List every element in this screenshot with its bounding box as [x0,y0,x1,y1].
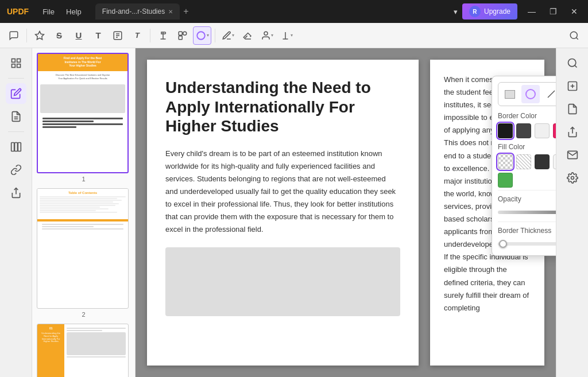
active-tab[interactable]: Find-and-...r-Studies ✕ [95,3,180,20]
menu-file[interactable]: File [38,5,59,18]
thumb-line [42,118,123,119]
upgrade-button[interactable]: R Upgrade [462,3,517,20]
pdf-content-area: Understanding the Need to Apply Internat… [136,48,556,377]
svg-rect-19 [11,143,14,151]
pdf-embedded-image [165,247,400,316]
stamp-tool-button[interactable] [30,26,49,45]
sidebar-annotation-button[interactable] [6,106,26,127]
text3-tool-button[interactable]: T [128,26,146,45]
page-thumb-1[interactable]: Find and Apply For the BestInstitutes in… [37,53,130,182]
menu-help[interactable]: Help [61,5,86,18]
svg-point-10 [264,32,268,35]
sidebar-separator-1 [8,78,24,79]
toc-title: Table of Contents [40,191,126,195]
shape-properties-panel: Border Color Fill Color [492,76,556,256]
comment-tool-button[interactable] [5,26,23,45]
page-number-2: 2 [37,311,130,318]
pen-tool-button[interactable]: ▾ [219,26,237,45]
underline-tool-button[interactable]: U [69,26,88,45]
fill-color-transparent2[interactable] [516,154,531,169]
svg-point-27 [568,59,575,67]
thumb-line [67,330,102,331]
highlight-tool-button[interactable] [154,26,172,45]
opacity-slider[interactable] [498,211,556,214]
marker-dropdown-arrow[interactable]: ▾ [291,33,293,38]
right-sidebar-convert-button[interactable] [562,99,583,119]
svg-line-28 [574,65,577,68]
svg-rect-15 [11,64,15,68]
thickness-slider[interactable] [498,242,556,246]
shapes-tool-button[interactable] [173,26,192,45]
popup-divider-2 [498,221,556,222]
right-sidebar-settings-button[interactable] [562,168,583,188]
maximize-button[interactable]: ❐ [546,6,560,17]
sidebar-share-button[interactable] [6,182,26,203]
toc-line [40,200,122,201]
border-color-darkgray[interactable] [516,123,531,138]
thumb-body-lines [38,115,127,130]
line-shape-button[interactable] [542,85,556,103]
sidebar-organize-button[interactable] [6,137,26,157]
new-tab-button[interactable]: + [183,6,188,17]
toc-line [40,212,117,213]
svg-rect-16 [17,64,20,68]
border-thickness-row: 1pt ▾ [498,238,556,250]
svg-rect-13 [11,59,15,63]
right-sidebar-search-button[interactable] [562,53,583,73]
svg-point-11 [570,32,577,38]
tab-label: Find-and-...r-Studies [102,7,165,15]
fill-color-black[interactable] [535,154,550,169]
pdf-main-page: Understanding the Need to Apply Internat… [147,60,419,366]
tab-dropdown-button[interactable]: ▾ [454,7,458,16]
page3-sidebar: 01 Understanding the Need to Apply Inter… [37,324,64,377]
circle-dropdown-arrow[interactable]: ▾ [207,33,209,38]
right-sidebar-mail-button[interactable] [562,145,583,165]
border-color-label: Border Color [498,112,556,120]
circle-tool-button[interactable]: ▾ [193,26,211,45]
person-dropdown-arrow[interactable]: ▾ [271,33,273,38]
main-toolbar: S U T T ▾ [0,23,588,48]
eraser-tool-button[interactable] [238,26,257,45]
border-color-black[interactable] [498,123,513,138]
circle-shape-button[interactable] [521,85,540,103]
fill-color-transparent1[interactable] [498,154,513,169]
pen-dropdown-arrow[interactable]: ▾ [232,33,234,38]
svg-line-12 [576,37,578,39]
right-sidebar [556,48,588,377]
svg-marker-0 [36,31,44,39]
sidebar-edit-button[interactable] [6,83,26,104]
thumb-line [42,228,123,230]
strikethrough-tool-button[interactable]: S [50,26,68,45]
text2-tool-button[interactable] [109,26,127,45]
page3-subtitle: Understanding the Need to Apply Internat… [40,332,62,343]
rect-shape-button[interactable] [501,85,519,103]
svg-rect-20 [14,143,17,151]
page-thumbnail-image-2: Table of Contents [37,188,129,309]
thumb-image-placeholder [40,84,125,113]
thumb-line [42,126,76,128]
fill-color-white[interactable] [553,154,556,169]
tab-close-button[interactable]: ✕ [168,9,173,15]
right-sidebar-share-button[interactable] [562,122,583,142]
toolbar-separator-3 [215,29,215,42]
text-tool-button[interactable]: T [89,26,107,45]
app-logo: UPDF [7,7,29,16]
title-bar: UPDF File Help Find-and-...r-Studies ✕ +… [0,0,588,23]
border-color-pink[interactable] [553,123,556,138]
svg-point-9 [197,32,205,40]
page-thumbnail-image-3: 01 Understanding the Need to Apply Inter… [37,324,129,377]
circle-shape-icon [525,89,536,99]
sidebar-thumbnails-button[interactable] [6,53,26,73]
border-color-white[interactable] [535,123,550,138]
right-sidebar-ocr-button[interactable] [562,76,583,96]
marker-tool-button[interactable]: ▾ [277,26,296,45]
sidebar-link-button[interactable] [6,160,26,180]
search-button[interactable] [565,26,583,45]
page-thumb-3[interactable]: 01 Understanding the Need to Apply Inter… [37,324,130,377]
fill-color-green[interactable] [498,173,513,188]
minimize-button[interactable]: — [524,6,539,17]
page-thumb-2[interactable]: Table of Contents [37,188,130,318]
person-tool-button[interactable]: ▾ [258,26,276,45]
close-button[interactable]: ✕ [567,6,581,17]
toc-line [40,196,126,197]
